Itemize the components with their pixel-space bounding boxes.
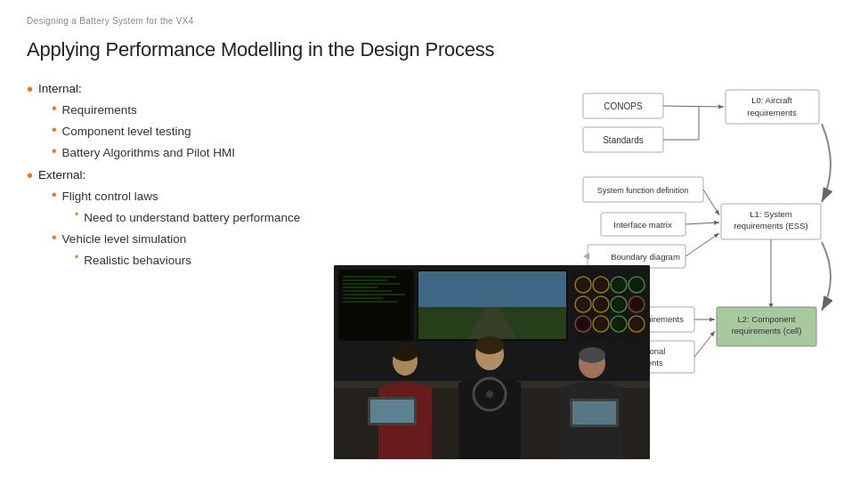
- bullet-dot-comp: •: [52, 122, 57, 138]
- svg-line-9: [663, 106, 724, 107]
- bullet-dot-realistic: •: [75, 251, 78, 265]
- svg-line-23: [685, 222, 719, 224]
- svg-text:L2: Component: L2: Component: [738, 314, 796, 324]
- flight-control-label: Flight control laws: [62, 187, 158, 207]
- bullet-dot-understand: •: [75, 208, 78, 222]
- svg-text:Interface matrix: Interface matrix: [613, 220, 672, 230]
- battery-algo-item: • Battery Algorithms and Pilot HMI: [27, 143, 356, 164]
- svg-text:Standards: Standards: [603, 135, 644, 145]
- section-external: • External: • Flight control laws • Need…: [27, 166, 356, 271]
- external-label: External:: [38, 166, 85, 186]
- understand-battery-item: • Need to understand battery performance: [27, 208, 356, 229]
- bullet-dot-batt: •: [52, 143, 57, 159]
- left-panel: • Internal: • Requirements • Component l…: [27, 77, 356, 449]
- svg-text:System function definition: System function definition: [597, 186, 689, 195]
- component-testing-label: Component level testing: [62, 122, 191, 142]
- simulator-svg: [334, 265, 650, 459]
- svg-line-22: [703, 190, 719, 215]
- battery-algo-label: Battery Algorithms and Pilot HMI: [62, 143, 235, 164]
- section-internal-label: • Internal:: [27, 79, 356, 100]
- svg-text:requirements (cell): requirements (cell): [732, 326, 802, 336]
- svg-text:Boundary diagram: Boundary diagram: [611, 252, 680, 262]
- realistic-behaviours-label: Realistic behaviours: [84, 251, 191, 271]
- bullet-dot-flight: •: [52, 187, 57, 203]
- svg-marker-17: [583, 253, 589, 260]
- svg-line-24: [685, 233, 719, 256]
- svg-rect-92: [334, 265, 650, 459]
- understand-battery-label: Need to understand battery performance: [84, 208, 300, 229]
- bullet-dot-req: •: [52, 101, 57, 117]
- svg-text:L1: System: L1: System: [750, 209, 792, 219]
- slide-title: Applying Performance Modelling in the De…: [27, 38, 841, 61]
- bullet-dot-external: •: [27, 166, 33, 184]
- breadcrumb: Designing a Battery System for the VX4: [27, 16, 841, 26]
- flight-control-item: • Flight control laws: [27, 187, 356, 207]
- svg-text:requirements: requirements: [747, 108, 797, 117]
- requirements-item: • Requirements: [27, 101, 356, 121]
- internal-label: Internal:: [38, 79, 82, 100]
- vehicle-sim-item: • Vehicle level simulation: [27, 230, 356, 250]
- svg-text:L0: Aircraft: L0: Aircraft: [751, 95, 792, 105]
- svg-text:CONOPS: CONOPS: [604, 101, 643, 111]
- bullet-dot-internal: •: [27, 80, 33, 98]
- svg-line-35: [694, 331, 715, 357]
- requirements-label: Requirements: [62, 101, 137, 121]
- svg-text:requirements (ESS): requirements (ESS): [734, 221, 807, 230]
- realistic-behaviours-item: • Realistic behaviours: [27, 251, 356, 271]
- simulator-photo: [334, 265, 650, 459]
- component-testing-item: • Component level testing: [27, 122, 356, 142]
- bullet-dot-vehicle: •: [52, 230, 57, 246]
- section-external-label: • External:: [27, 166, 356, 186]
- bullet-list: • Internal: • Requirements • Component l…: [27, 79, 356, 271]
- vehicle-sim-label: Vehicle level simulation: [62, 230, 187, 250]
- section-internal: • Internal: • Requirements • Component l…: [27, 79, 356, 164]
